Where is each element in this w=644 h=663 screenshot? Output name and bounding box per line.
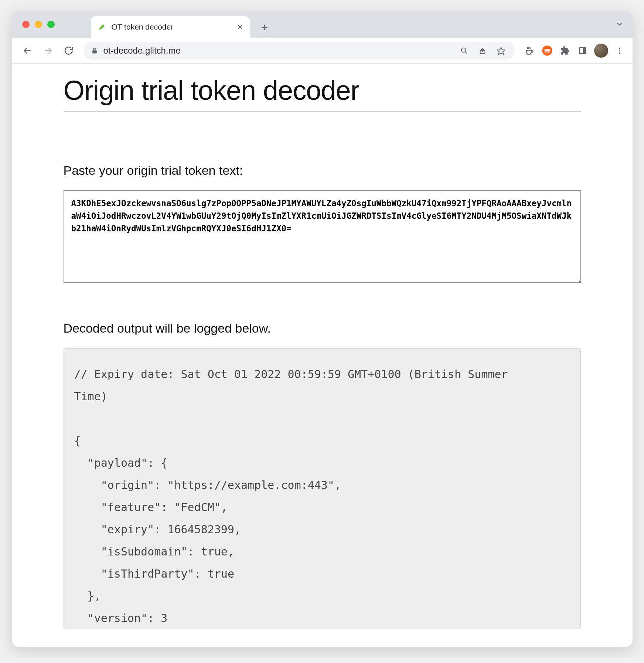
lock-icon bbox=[91, 47, 98, 54]
browser-toolbar: ot-decode.glitch.me bbox=[12, 38, 633, 64]
window-maximize-button[interactable] bbox=[47, 21, 55, 28]
extensions-puzzle-icon[interactable] bbox=[559, 44, 571, 57]
side-panel-icon[interactable] bbox=[576, 44, 589, 57]
kebab-menu-icon[interactable] bbox=[613, 44, 626, 57]
output-label: Decoded output will be logged below. bbox=[64, 321, 581, 336]
forward-button[interactable] bbox=[39, 42, 57, 59]
svg-marker-9 bbox=[497, 47, 505, 54]
svg-point-5 bbox=[461, 48, 466, 52]
extension-icons bbox=[523, 44, 626, 58]
tab-title: OT token decoder bbox=[112, 23, 232, 31]
address-bar[interactable]: ot-decode.glitch.me bbox=[84, 42, 515, 59]
decoded-output: // Expiry date: Sat Oct 01 2022 00:59:59… bbox=[64, 348, 581, 629]
svg-point-17 bbox=[619, 52, 620, 54]
tab-strip: OT token decoder × bbox=[12, 11, 633, 38]
page-content: Origin trial token decoder Paste your or… bbox=[12, 64, 633, 647]
page-title: Origin trial token decoder bbox=[64, 75, 581, 112]
window-close-button[interactable] bbox=[22, 21, 30, 28]
svg-point-10 bbox=[526, 54, 532, 55]
back-button[interactable] bbox=[18, 42, 36, 59]
svg-line-6 bbox=[465, 51, 466, 53]
window-minimize-button[interactable] bbox=[35, 21, 42, 28]
new-tab-button[interactable] bbox=[256, 19, 273, 35]
share-icon[interactable] bbox=[476, 47, 489, 55]
paste-label: Paste your origin trial token text: bbox=[64, 163, 581, 178]
tab-favicon-icon bbox=[98, 23, 106, 31]
browser-window: OT token decoder × ot-decode.glitch.me bbox=[12, 11, 633, 647]
svg-point-15 bbox=[619, 47, 620, 49]
search-icon[interactable] bbox=[457, 47, 471, 55]
bookmark-star-icon[interactable] bbox=[494, 46, 508, 55]
svg-point-16 bbox=[619, 50, 620, 51]
tab-close-button[interactable]: × bbox=[237, 22, 243, 32]
window-controls bbox=[22, 21, 55, 28]
coffee-extension-icon[interactable] bbox=[523, 44, 536, 57]
svg-rect-14 bbox=[583, 48, 586, 54]
tab-search-button[interactable] bbox=[616, 20, 624, 28]
token-textarea[interactable] bbox=[64, 190, 581, 283]
orange-extension-icon[interactable] bbox=[541, 44, 553, 57]
svg-rect-4 bbox=[92, 50, 97, 53]
profile-avatar[interactable] bbox=[594, 44, 608, 58]
reload-button[interactable] bbox=[60, 42, 78, 59]
browser-tab[interactable]: OT token decoder × bbox=[91, 16, 250, 38]
url-text: ot-decode.glitch.me bbox=[103, 45, 452, 56]
